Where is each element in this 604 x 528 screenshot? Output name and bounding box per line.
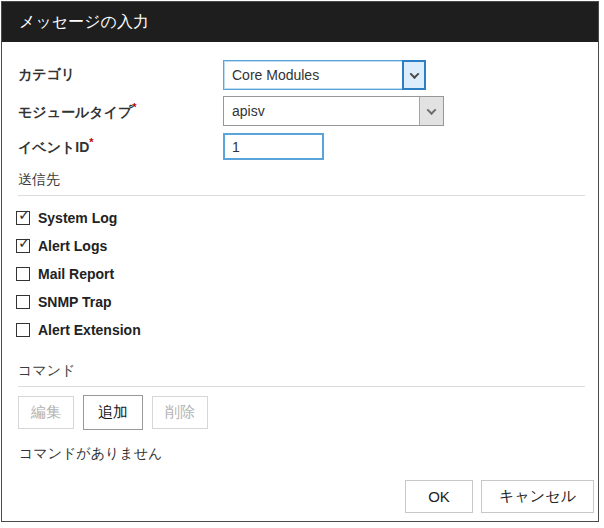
checkbox-row-snmp-trap[interactable]: SNMP Trap <box>16 288 598 316</box>
checkmark-icon: ✓ <box>18 207 31 222</box>
checkbox-label: System Log <box>38 210 117 226</box>
chevron-down-icon[interactable] <box>402 60 426 90</box>
checkbox-label: SNMP Trap <box>38 294 112 310</box>
checkbox-label: Alert Logs <box>38 238 107 254</box>
event-id-row: イベントID* <box>18 133 598 160</box>
checkbox-row-alert-logs[interactable]: ✓ Alert Logs <box>16 232 598 260</box>
chevron-glyph <box>427 105 437 115</box>
module-type-row: モジュールタイプ* apisv <box>18 96 598 126</box>
checkbox-label: Alert Extension <box>38 322 141 338</box>
destinations-list: ✓ System Log ✓ Alert Logs Mail Report SN… <box>2 204 598 344</box>
event-id-input[interactable] <box>223 133 324 160</box>
system-log-checkbox[interactable]: ✓ <box>16 211 30 225</box>
category-row: カテゴリ Core Modules <box>18 60 598 90</box>
command-section-label: コマンド <box>18 362 598 380</box>
command-toolbar: 編集 追加 削除 <box>18 395 598 430</box>
module-type-select[interactable]: apisv <box>223 96 444 126</box>
category-label: カテゴリ <box>18 66 223 84</box>
checkbox-row-mail-report[interactable]: Mail Report <box>16 260 598 288</box>
checkbox-label: Mail Report <box>38 266 114 282</box>
chevron-down-icon[interactable] <box>419 97 443 125</box>
add-button[interactable]: 追加 <box>83 395 143 430</box>
edit-button[interactable]: 編集 <box>18 396 74 429</box>
cancel-button[interactable]: キャンセル <box>481 480 594 513</box>
divider <box>18 386 585 387</box>
module-type-label: モジュールタイプ* <box>18 101 223 122</box>
divider <box>18 195 585 196</box>
checkmark-icon: ✓ <box>18 235 31 250</box>
dialog-footer: OK キャンセル <box>405 480 594 513</box>
category-selected-value: Core Modules <box>232 67 319 83</box>
snmp-trap-checkbox[interactable] <box>16 295 30 309</box>
event-id-label-text: イベントID <box>18 139 89 155</box>
alert-extension-checkbox[interactable] <box>16 323 30 337</box>
alert-logs-checkbox[interactable]: ✓ <box>16 239 30 253</box>
required-asterisk: * <box>132 101 136 113</box>
ok-button[interactable]: OK <box>405 480 473 513</box>
no-commands-message: コマンドがありません <box>19 445 598 463</box>
checkbox-row-system-log[interactable]: ✓ System Log <box>16 204 598 232</box>
required-asterisk: * <box>89 136 93 148</box>
destinations-section-label: 送信先 <box>18 171 598 189</box>
chevron-glyph <box>409 69 419 79</box>
event-id-label: イベントID* <box>18 136 223 157</box>
command-section: コマンド 編集 追加 削除 コマンドがありません <box>2 362 598 463</box>
dialog-title: メッセージの入力 <box>19 12 149 33</box>
checkbox-row-alert-extension[interactable]: Alert Extension <box>16 316 598 344</box>
message-input-dialog: メッセージの入力 カテゴリ Core Modules モジュールタイプ* api… <box>1 1 599 522</box>
dialog-titlebar: メッセージの入力 <box>2 2 598 42</box>
mail-report-checkbox[interactable] <box>16 267 30 281</box>
module-type-selected-value: apisv <box>232 103 265 119</box>
module-type-label-text: モジュールタイプ <box>18 103 132 119</box>
delete-button[interactable]: 削除 <box>152 396 208 429</box>
category-select[interactable]: Core Modules <box>223 60 426 90</box>
